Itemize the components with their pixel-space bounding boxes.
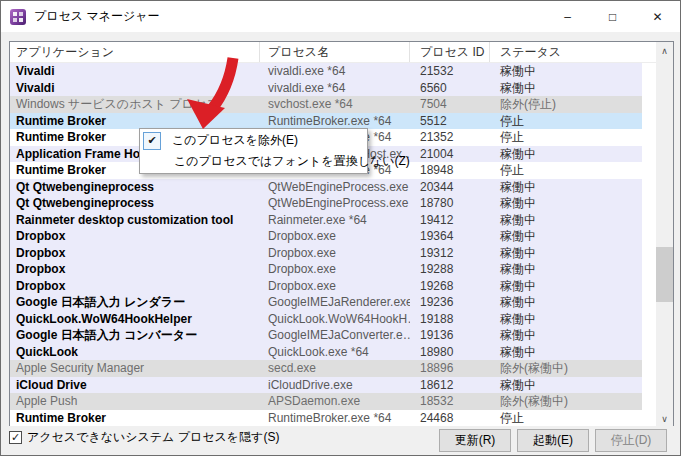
cell-status: 稼働中 <box>490 294 642 311</box>
cell-status: 停止 <box>490 129 642 146</box>
cell-status: 稼働中 <box>490 212 642 229</box>
cell-process-id: 6560 <box>410 80 490 97</box>
app-icon <box>10 9 26 25</box>
cell-process-name: GoogleIMEJaConverter.e… <box>260 327 410 344</box>
cell-status: 稼働中 <box>490 146 642 163</box>
cell-status: 稼働中 <box>490 377 642 394</box>
vertical-scrollbar[interactable]: ∧ ∨ <box>656 42 673 427</box>
cell-process-id: 7504 <box>410 96 490 113</box>
cell-application: Dropbox <box>10 245 260 262</box>
table-row[interactable]: Google 日本語入力 レンダラー GoogleIMEJaRenderer.e… <box>10 294 642 311</box>
cell-process-name: Dropbox.exe <box>260 261 410 278</box>
table-row[interactable]: QuickLook QuickLook.exe *64 18980 稼働中 <box>10 344 642 361</box>
cell-application: Qt Qtwebengineprocess <box>10 179 260 196</box>
cell-process-name: QuickLook.exe *64 <box>260 344 410 361</box>
list-header: アプリケーション プロセス名 プロセス ID ステータス <box>10 42 673 63</box>
table-row[interactable]: Vivaldi vivaldi.exe *64 6560 稼働中 <box>10 80 642 97</box>
cell-application: Google 日本語入力 レンダラー <box>10 294 260 311</box>
menu-item-no-font-replace[interactable]: このプロセスではフォントを置換しない(Z) <box>140 151 367 172</box>
scroll-up-icon[interactable]: ∧ <box>656 42 673 59</box>
column-header-process-name[interactable]: プロセス名 <box>260 42 410 62</box>
cell-process-name: Dropbox.exe <box>260 245 410 262</box>
checked-icon: ✔ <box>143 132 161 150</box>
column-header-status[interactable]: ステータス <box>490 42 642 62</box>
table-row[interactable]: Windows サービスのホスト プロセス svchost.exe *64 75… <box>10 96 642 113</box>
titlebar: プロセス マネージャー – □ ✕ <box>1 1 680 32</box>
cell-application: iCloud Drive <box>10 377 260 394</box>
cell-status: 稼働中 <box>490 228 642 245</box>
cell-process-id: 5512 <box>410 113 490 130</box>
cell-process-name: iCloudDrive.exe <box>260 377 410 394</box>
menu-item-exclude-process[interactable]: ✔ このプロセスを除外(E) <box>140 130 367 151</box>
cell-process-id: 18896 <box>410 360 490 377</box>
cell-status: 停止 <box>490 113 642 130</box>
cell-process-id: 19412 <box>410 212 490 229</box>
window-title: プロセス マネージャー <box>34 8 160 25</box>
cell-process-name: vivaldi.exe *64 <box>260 80 410 97</box>
cell-application: QuickLook.WoW64HookHelper <box>10 311 260 328</box>
start-button[interactable]: 起動(E) <box>517 429 589 452</box>
cell-process-id: 19364 <box>410 228 490 245</box>
menu-item-label: このプロセスを除外(E) <box>172 132 298 149</box>
refresh-button[interactable]: 更新(R) <box>439 429 511 452</box>
cell-status: 稼働中 <box>490 278 642 295</box>
table-row[interactable]: Runtime Broker RuntimeBroker.exe *64 551… <box>10 113 642 130</box>
cell-process-id: 21004 <box>410 146 490 163</box>
table-row[interactable]: Qt Qtwebengineprocess QtWebEngineProcess… <box>10 195 642 212</box>
cell-application: Vivaldi <box>10 80 260 97</box>
close-button[interactable]: ✕ <box>635 1 680 32</box>
cell-application: Vivaldi <box>10 63 260 80</box>
cell-process-id: 19236 <box>410 294 490 311</box>
table-row[interactable]: Qt Qtwebengineprocess QtWebEngineProcess… <box>10 179 642 196</box>
footer-buttons: 更新(R) 起動(E) 停止(D) <box>439 429 667 452</box>
cell-status: 稼働中 <box>490 63 642 80</box>
cell-status: 稼働中 <box>490 261 642 278</box>
table-row[interactable]: Runtime Broker RuntimeBroker.exe *64 244… <box>10 410 642 427</box>
checkbox-check-icon[interactable]: ✓ <box>9 431 22 444</box>
table-row[interactable]: Dropbox Dropbox.exe 19364 稼働中 <box>10 228 642 245</box>
table-row[interactable]: iCloud Drive iCloudDrive.exe 18612 稼働中 <box>10 377 642 394</box>
table-row[interactable]: Vivaldi vivaldi.exe *64 21532 稼働中 <box>10 63 642 80</box>
cell-process-id: 18948 <box>410 162 490 179</box>
cell-application: Qt Qtwebengineprocess <box>10 195 260 212</box>
table-row[interactable]: Dropbox Dropbox.exe 19288 稼働中 <box>10 261 642 278</box>
cell-process-id: 19268 <box>410 278 490 295</box>
table-row[interactable]: Rainmeter desktop customization tool Rai… <box>10 212 642 229</box>
cell-status: 除外(停止) <box>490 96 642 113</box>
cell-process-id: 21532 <box>410 63 490 80</box>
column-header-process-id[interactable]: プロセス ID <box>410 42 490 62</box>
cell-process-id: 19136 <box>410 327 490 344</box>
menu-item-label: このプロセスではフォントを置換しない(Z) <box>174 153 410 170</box>
scroll-down-icon[interactable]: ∨ <box>656 410 673 427</box>
cell-process-name: RuntimeBroker.exe *64 <box>260 410 410 427</box>
cell-process-id: 20344 <box>410 179 490 196</box>
cell-application: Dropbox <box>10 278 260 295</box>
table-row[interactable]: QuickLook.WoW64HookHelper QuickLook.WoW6… <box>10 311 642 328</box>
cell-process-name: QtWebEngineProcess.exe <box>260 195 410 212</box>
scrollbar-thumb[interactable] <box>656 247 673 302</box>
table-row[interactable]: Dropbox Dropbox.exe 19268 稼働中 <box>10 278 642 295</box>
cell-process-name: svchost.exe *64 <box>260 96 410 113</box>
table-row[interactable]: Dropbox Dropbox.exe 19312 稼働中 <box>10 245 642 262</box>
maximize-button[interactable]: □ <box>590 1 635 32</box>
column-header-application[interactable]: アプリケーション <box>10 42 260 62</box>
cell-process-name: GoogleIMEJaRenderer.exe <box>260 294 410 311</box>
window-controls: – □ ✕ <box>545 1 680 32</box>
cell-process-name: QtWebEngineProcess.exe <box>260 179 410 196</box>
checkbox-label: アクセスできないシステム プロセスを隠す(S) <box>27 429 279 446</box>
footer-bar: ✓ アクセスできないシステム プロセスを隠す(S) 更新(R) 起動(E) 停止… <box>1 426 680 455</box>
minimize-button[interactable]: – <box>545 1 590 32</box>
cell-process-id: 24468 <box>410 410 490 427</box>
cell-application: Runtime Broker <box>10 410 260 427</box>
table-row[interactable]: Apple Security Manager secd.exe 18896 除外… <box>10 360 642 377</box>
process-listview: アプリケーション プロセス名 プロセス ID ステータス Vivaldi viv… <box>9 41 674 428</box>
hide-system-processes-checkbox[interactable]: ✓ アクセスできないシステム プロセスを隠す(S) <box>9 429 279 446</box>
cell-application: Dropbox <box>10 228 260 245</box>
cell-status: 稼働中 <box>490 80 642 97</box>
cell-process-id: 18612 <box>410 377 490 394</box>
table-row[interactable]: Apple Push APSDaemon.exe 18532 除外(稼働中) <box>10 393 642 410</box>
cell-process-name: Dropbox.exe <box>260 228 410 245</box>
cell-application: Windows サービスのホスト プロセス <box>10 96 260 113</box>
cell-application: Runtime Broker <box>10 113 260 130</box>
table-row[interactable]: Google 日本語入力 コンバーター GoogleIMEJaConverter… <box>10 327 642 344</box>
